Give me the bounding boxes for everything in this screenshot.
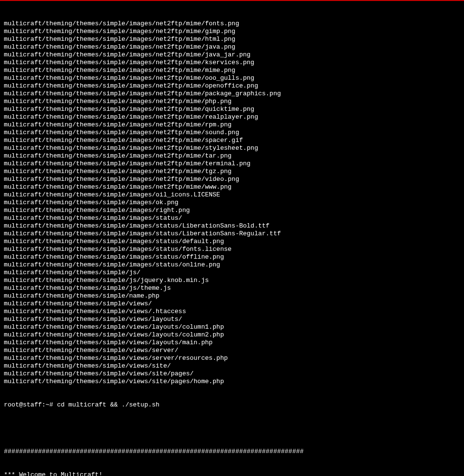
file-path-line: multicraft/theming/themes/simple/images/… bbox=[4, 144, 460, 152]
file-path-line: multicraft/theming/themes/simple/views/s… bbox=[4, 378, 460, 386]
file-path-line: multicraft/theming/themes/simple/images/… bbox=[4, 207, 460, 214]
file-path-line: multicraft/theming/themes/simple/name.ph… bbox=[4, 292, 460, 300]
file-path-line: multicraft/theming/themes/simple/views/s… bbox=[4, 362, 460, 370]
file-path-line: multicraft/theming/themes/simple/views/s… bbox=[4, 347, 460, 354]
file-path-line: multicraft/theming/themes/simple/images/… bbox=[4, 222, 460, 230]
file-path-line: multicraft/theming/themes/simple/images/… bbox=[4, 253, 460, 261]
file-path-line: multicraft/theming/themes/simple/images/… bbox=[4, 90, 460, 98]
file-path-line: multicraft/theming/themes/simple/images/… bbox=[4, 43, 460, 51]
file-path-line: multicraft/theming/themes/simple/images/… bbox=[4, 98, 460, 106]
shell-prompt-line: root@staff:~# cd multicraft && ./setup.s… bbox=[4, 401, 460, 409]
file-path-line: multicraft/theming/themes/simple/images/… bbox=[4, 176, 460, 183]
file-path-line: multicraft/theming/themes/simple/js/them… bbox=[4, 284, 460, 292]
file-path-line: multicraft/theming/themes/simple/views/s… bbox=[4, 354, 460, 362]
file-path-line: multicraft/theming/themes/simple/images/… bbox=[4, 183, 460, 191]
file-path-line: multicraft/theming/themes/simple/views/l… bbox=[4, 331, 460, 339]
file-path-line: multicraft/theming/themes/simple/images/… bbox=[4, 230, 460, 238]
file-path-line: multicraft/theming/themes/simple/images/… bbox=[4, 106, 460, 113]
file-path-line: multicraft/theming/themes/simple/views/l… bbox=[4, 339, 460, 347]
file-path-line: multicraft/theming/themes/simple/images/… bbox=[4, 137, 460, 144]
file-path-line: multicraft/theming/themes/simple/views/.… bbox=[4, 308, 460, 316]
file-path-line: multicraft/theming/themes/simple/images/… bbox=[4, 214, 460, 222]
file-path-line: multicraft/theming/themes/simple/images/… bbox=[4, 246, 460, 253]
file-path-line: multicraft/theming/themes/simple/views/l… bbox=[4, 323, 460, 331]
terminal-window: multicraft/theming/themes/simple/images/… bbox=[0, 0, 464, 476]
file-path-line: multicraft/theming/themes/simple/js/jque… bbox=[4, 277, 460, 284]
file-path-line: multicraft/theming/themes/simple/views/ bbox=[4, 300, 460, 308]
file-path-line: multicraft/theming/themes/simple/js/ bbox=[4, 269, 460, 277]
file-path-line: multicraft/theming/themes/simple/images/… bbox=[4, 160, 460, 168]
file-listing-block: multicraft/theming/themes/simple/images/… bbox=[4, 20, 460, 386]
file-path-line: multicraft/theming/themes/simple/images/… bbox=[4, 67, 460, 74]
file-path-line: multicraft/theming/themes/simple/images/… bbox=[4, 59, 460, 67]
file-path-line: multicraft/theming/themes/simple/images/… bbox=[4, 191, 460, 199]
divider-line: ########################################… bbox=[4, 448, 460, 456]
welcome-line: *** Welcome to Multicraft! bbox=[4, 471, 460, 476]
file-path-line: multicraft/theming/themes/simple/images/… bbox=[4, 113, 460, 121]
file-path-line: multicraft/theming/themes/simple/images/… bbox=[4, 238, 460, 246]
file-path-line: multicraft/theming/themes/simple/images/… bbox=[4, 51, 460, 59]
scrollbar[interactable] bbox=[462, 1, 464, 476]
file-path-line: multicraft/theming/themes/simple/images/… bbox=[4, 261, 460, 269]
file-path-line: multicraft/theming/themes/simple/images/… bbox=[4, 152, 460, 160]
file-path-line: multicraft/theming/themes/simple/images/… bbox=[4, 28, 460, 35]
file-path-line: multicraft/theming/themes/simple/images/… bbox=[4, 20, 460, 28]
blank-line bbox=[4, 424, 460, 432]
file-path-line: multicraft/theming/themes/simple/images/… bbox=[4, 82, 460, 90]
file-path-line: multicraft/theming/themes/simple/images/… bbox=[4, 168, 460, 176]
terminal-output[interactable]: multicraft/theming/themes/simple/images/… bbox=[4, 4, 460, 476]
file-path-line: multicraft/theming/themes/simple/images/… bbox=[4, 199, 460, 207]
file-path-line: multicraft/theming/themes/simple/images/… bbox=[4, 35, 460, 43]
file-path-line: multicraft/theming/themes/simple/images/… bbox=[4, 121, 460, 129]
file-path-line: multicraft/theming/themes/simple/images/… bbox=[4, 129, 460, 137]
file-path-line: multicraft/theming/themes/simple/views/l… bbox=[4, 316, 460, 323]
file-path-line: multicraft/theming/themes/simple/views/s… bbox=[4, 370, 460, 378]
file-path-line: multicraft/theming/themes/simple/images/… bbox=[4, 74, 460, 82]
